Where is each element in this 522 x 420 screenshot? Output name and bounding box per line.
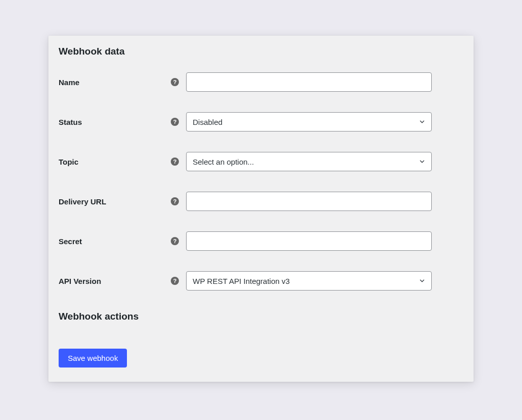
topic-select[interactable]: Select an option... xyxy=(186,152,432,171)
field-row-name: Name ? xyxy=(59,72,463,92)
api-version-select-value: WP REST API Integration v3 xyxy=(186,271,432,291)
topic-select-value: Select an option... xyxy=(186,152,432,171)
label-col: Status ? xyxy=(59,118,186,126)
field-row-status: Status ? Disabled xyxy=(59,112,463,132)
field-row-secret: Secret ? xyxy=(59,231,463,251)
input-col xyxy=(186,72,463,92)
save-webhook-button[interactable]: Save webhook xyxy=(59,349,127,368)
input-col: Select an option... xyxy=(186,152,463,171)
name-input[interactable] xyxy=(186,72,432,92)
field-row-topic: Topic ? Select an option... xyxy=(59,152,463,171)
field-row-delivery-url: Delivery URL ? xyxy=(59,192,463,211)
input-col: Disabled xyxy=(186,112,463,132)
help-icon[interactable]: ? xyxy=(171,118,179,126)
api-version-select[interactable]: WP REST API Integration v3 xyxy=(186,271,432,291)
topic-label: Topic xyxy=(59,158,79,166)
name-label: Name xyxy=(59,78,80,87)
input-col xyxy=(186,231,463,251)
api-version-label: API Version xyxy=(59,277,101,285)
delivery-url-input[interactable] xyxy=(186,192,432,211)
field-row-api-version: API Version ? WP REST API Integration v3 xyxy=(59,271,463,291)
help-icon[interactable]: ? xyxy=(171,158,179,166)
input-col xyxy=(186,192,463,211)
help-icon[interactable]: ? xyxy=(171,197,179,205)
webhook-settings-panel: Webhook data Name ? Status ? Disabled To xyxy=(48,36,474,382)
webhook-actions-heading: Webhook actions xyxy=(59,311,463,322)
label-col: Name ? xyxy=(59,78,186,87)
status-select-value: Disabled xyxy=(186,112,432,132)
secret-input[interactable] xyxy=(186,231,432,251)
label-col: Delivery URL ? xyxy=(59,197,186,206)
label-col: Secret ? xyxy=(59,237,186,246)
status-label: Status xyxy=(59,118,82,126)
label-col: API Version ? xyxy=(59,277,186,285)
secret-label: Secret xyxy=(59,237,82,246)
help-icon[interactable]: ? xyxy=(171,78,179,86)
webhook-data-heading: Webhook data xyxy=(59,46,463,57)
help-icon[interactable]: ? xyxy=(171,237,179,245)
status-select[interactable]: Disabled xyxy=(186,112,432,132)
input-col: WP REST API Integration v3 xyxy=(186,271,463,291)
label-col: Topic ? xyxy=(59,158,186,166)
delivery-url-label: Delivery URL xyxy=(59,197,106,206)
help-icon[interactable]: ? xyxy=(171,277,179,285)
